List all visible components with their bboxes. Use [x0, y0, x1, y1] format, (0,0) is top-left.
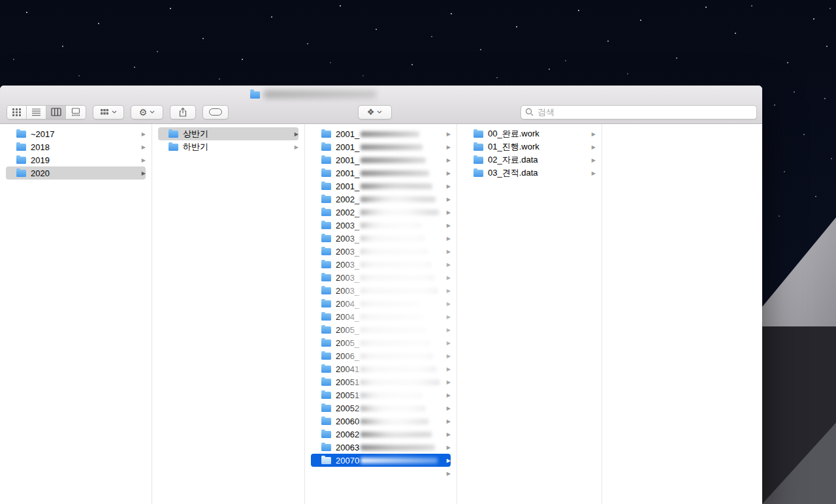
gallery-view-button[interactable] [66, 106, 86, 119]
item-label: 20070 [336, 456, 359, 465]
action-menu-button[interactable]: ⚙ [131, 105, 163, 119]
list-item[interactable]: 20052▶ [305, 402, 457, 415]
list-item[interactable]: 2001_▶ [305, 153, 457, 166]
folder-icon [321, 444, 331, 451]
item-label: 01_진행.work [488, 141, 539, 153]
list-item[interactable]: 2003_▶ [305, 258, 457, 271]
finder-column-half-year[interactable]: 상반기▶하반기▶ [152, 124, 305, 504]
list-item[interactable]: ~2017▶ [0, 127, 152, 140]
chevron-right-icon: ▶ [447, 131, 451, 137]
redacted-text [361, 197, 436, 202]
list-item[interactable]: 2003_▶ [305, 271, 457, 284]
redacted-text [361, 392, 422, 398]
list-item[interactable]: 2001_▶ [305, 166, 457, 180]
list-item[interactable]: 20063▶ [305, 441, 457, 454]
list-item[interactable]: 2006_▶ [305, 349, 457, 362]
folder-icon [474, 144, 483, 151]
grid-view-icon [12, 108, 22, 116]
item-label: 2001_ [336, 142, 359, 152]
item-label: ~2017 [31, 129, 55, 139]
folder-icon [16, 170, 26, 177]
list-view-icon [31, 108, 41, 116]
chevron-right-icon: ▶ [447, 301, 451, 307]
list-item[interactable]: 2003_▶ [305, 232, 457, 245]
window-chrome: ⚙ ❖ [0, 86, 762, 124]
finder-column-empty[interactable] [602, 124, 762, 504]
item-label: 2001_ [336, 155, 359, 165]
gallery-view-icon [71, 108, 81, 116]
redacted-text [361, 288, 438, 294]
window-title-redacted [264, 90, 376, 99]
list-item[interactable]: 2003_▶ [305, 245, 457, 258]
list-item[interactable]: 2018▶ [0, 140, 152, 153]
chevron-right-icon: ▶ [592, 144, 596, 150]
list-item[interactable]: 하반기▶ [152, 140, 304, 153]
folder-icon [321, 392, 331, 399]
redacted-text [361, 262, 431, 268]
folder-icon [321, 287, 331, 294]
finder-column-years[interactable]: ~2017▶2018▶2019▶2020▶ [0, 124, 152, 504]
list-item[interactable]: 2003_▶ [305, 219, 457, 232]
item-label: 2003_ [336, 234, 359, 244]
list-item[interactable]: ▶ [305, 467, 457, 480]
item-label: 03_견적.data [488, 167, 538, 179]
list-item[interactable]: 20041▶ [305, 362, 457, 375]
list-item[interactable]: 2004_▶ [305, 310, 457, 323]
list-item[interactable]: 20070▶ [305, 454, 457, 467]
finder-column-projects[interactable]: 2001_▶2001_▶2001_▶2001_▶2001_▶2002_▶2002… [305, 124, 457, 504]
list-item[interactable]: 2001_▶ [305, 127, 457, 140]
list-item[interactable]: 2001_▶ [305, 140, 457, 153]
list-item[interactable]: 01_진행.work▶ [457, 140, 602, 153]
toolbar: ⚙ ❖ [0, 103, 762, 123]
finder-column-categories[interactable]: 00_완료.work▶01_진행.work▶02_자료.data▶03_견적.d… [457, 124, 602, 504]
group-menu-button[interactable] [93, 105, 124, 119]
chevron-down-icon [112, 110, 117, 114]
title-bar[interactable] [0, 86, 762, 103]
item-label: 2003_ [336, 260, 359, 270]
chevron-right-icon: ▶ [447, 445, 451, 450]
icon-view-button[interactable] [7, 106, 27, 119]
redacted-text [361, 405, 425, 411]
folder-icon [474, 157, 483, 164]
chevron-right-icon: ▶ [142, 144, 146, 150]
list-item[interactable]: 상반기▶ [152, 127, 304, 140]
chevron-right-icon: ▶ [447, 288, 451, 294]
list-item[interactable]: 2019▶ [0, 153, 152, 166]
list-item[interactable]: 03_견적.data▶ [457, 166, 602, 180]
redacted-text [361, 170, 429, 176]
list-item[interactable]: 2020▶ [0, 166, 152, 180]
list-item[interactable]: 20051▶ [305, 375, 457, 388]
column-view-button[interactable] [46, 106, 66, 119]
column-view-icon [51, 108, 61, 116]
folder-icon [321, 313, 331, 321]
chevron-down-icon [150, 110, 155, 114]
list-view-button[interactable] [27, 106, 46, 119]
list-item[interactable]: 2002_▶ [305, 206, 457, 219]
item-label: 20051 [336, 390, 359, 400]
list-item[interactable]: 2002_▶ [305, 193, 457, 206]
item-label: 2003_ [336, 273, 359, 283]
list-item[interactable]: 00_완료.work▶ [457, 127, 602, 140]
list-item[interactable]: 20051▶ [305, 388, 457, 402]
tag-button[interactable] [202, 105, 229, 119]
list-item[interactable]: 2003_▶ [305, 284, 457, 297]
share-icon [178, 107, 188, 118]
redacted-text [361, 183, 432, 189]
list-item[interactable]: 02_자료.data▶ [457, 153, 602, 166]
list-item[interactable]: 20062▶ [305, 428, 457, 441]
column-browser: ~2017▶2018▶2019▶2020▶ 상반기▶하반기▶ 2001_▶200… [0, 124, 762, 504]
list-item[interactable]: 2001_▶ [305, 180, 457, 193]
folder-icon [321, 222, 331, 229]
list-item[interactable]: 20060▶ [305, 415, 457, 428]
list-item[interactable]: 2004_▶ [305, 297, 457, 310]
folder-icon [321, 274, 331, 281]
list-item[interactable]: 2005_▶ [305, 336, 457, 349]
share-button[interactable] [170, 105, 196, 119]
folder-icon [321, 183, 331, 190]
redacted-text [361, 314, 423, 320]
list-item[interactable]: 2005_▶ [305, 323, 457, 336]
redacted-text [361, 236, 425, 242]
dropbox-menu-button[interactable]: ❖ [358, 105, 392, 119]
chevron-right-icon: ▶ [447, 170, 451, 176]
search-input[interactable] [536, 106, 752, 118]
